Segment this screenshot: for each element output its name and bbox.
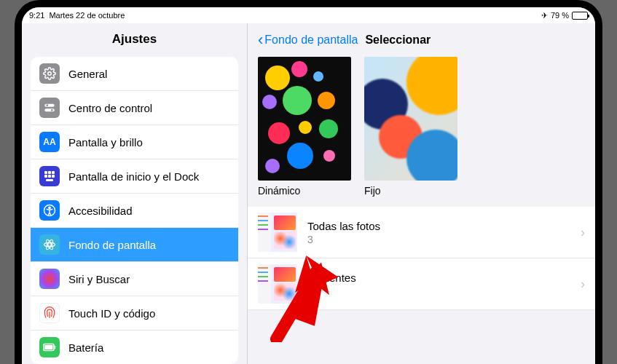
svg-rect-8 [44, 175, 47, 178]
photo-albums-list: Todas las fotos 3 › Recientes 3 › [248, 207, 595, 310]
sidebar-item-label: Pantalla de inicio y el Dock [68, 170, 199, 183]
svg-rect-11 [46, 179, 53, 181]
back-button[interactable]: ‹ Fondo de pantalla [258, 32, 358, 48]
text-size-icon: AA [39, 132, 60, 152]
device-frame: 9:21 Martes 22 de octubre ✈ 79 % Ajustes [15, 0, 602, 364]
album-name: Recientes [307, 272, 356, 284]
svg-point-13 [49, 207, 50, 208]
sidebar-item-battery[interactable]: Batería [31, 331, 238, 364]
album-count: 3 [307, 285, 356, 297]
detail-title: Seleccionar [365, 33, 431, 47]
svg-rect-7 [52, 171, 55, 174]
wallpaper-icon [39, 234, 60, 255]
sidebar-item-label: Siri y Buscar [68, 273, 130, 285]
detail-pane: ‹ Fondo de pantalla Seleccionar [248, 23, 595, 364]
siri-icon [39, 269, 60, 289]
settings-sidebar: Ajustes General Centro de control [22, 23, 248, 364]
wallpaper-categories: Dinámico Fijo [248, 57, 595, 207]
sidebar-item-control-center[interactable]: Centro de control [31, 91, 238, 125]
sidebar-item-label: Fondo de pantalla [68, 239, 156, 251]
battery-percent: 79 % [551, 11, 569, 20]
sidebar-item-label: Accesibilidad [68, 205, 133, 217]
dynamic-wallpaper-thumb [258, 57, 351, 181]
sidebar-item-display-brightness[interactable]: AA Pantalla y brillo [31, 125, 238, 159]
svg-point-0 [48, 72, 52, 76]
svg-point-4 [51, 109, 53, 111]
battery-menu-icon [39, 337, 60, 357]
svg-rect-10 [52, 175, 55, 178]
fingerprint-icon [39, 303, 60, 323]
svg-point-3 [46, 104, 48, 106]
screen: 9:21 Martes 22 de octubre ✈ 79 % Ajustes [22, 7, 595, 364]
chevron-right-icon: › [581, 277, 585, 292]
status-time: 9:21 [29, 11, 44, 20]
status-date: Martes 22 de octubre [49, 11, 125, 20]
sidebar-title: Ajustes [22, 23, 247, 57]
album-thumb [258, 264, 297, 304]
switches-icon [39, 98, 60, 118]
svg-rect-20 [44, 345, 52, 349]
static-wallpaper-thumb [364, 57, 457, 181]
sidebar-item-label: Centro de control [68, 102, 152, 114]
airplane-icon: ✈ [541, 11, 548, 20]
sidebar-item-siri-search[interactable]: Siri y Buscar [31, 262, 238, 296]
svg-rect-1 [44, 104, 54, 107]
chevron-right-icon: › [581, 225, 585, 240]
settings-list: General Centro de control AA Pantalla y … [31, 57, 238, 364]
album-row-all-photos[interactable]: Todas las fotos 3 › [248, 207, 595, 258]
svg-rect-6 [48, 171, 51, 174]
svg-rect-9 [48, 175, 51, 178]
album-name: Todas las fotos [307, 220, 380, 232]
sidebar-item-wallpaper[interactable]: Fondo de pantalla [31, 228, 238, 262]
sidebar-item-label: Touch ID y código [68, 307, 155, 320]
sidebar-item-home-dock[interactable]: Pantalla de inicio y el Dock [31, 159, 238, 194]
album-thumb [258, 213, 297, 252]
gear-icon [39, 63, 60, 84]
grid-icon [39, 166, 60, 186]
svg-rect-19 [55, 346, 56, 349]
wallpaper-label: Fijo [364, 185, 457, 197]
sidebar-item-label: Batería [68, 341, 103, 354]
sidebar-item-label: Pantalla y brillo [68, 136, 143, 149]
detail-header: ‹ Fondo de pantalla Seleccionar [248, 23, 595, 57]
accessibility-icon [39, 200, 60, 221]
wallpaper-tile-dynamic[interactable]: Dinámico [258, 57, 351, 197]
svg-rect-5 [44, 171, 47, 174]
sidebar-item-general[interactable]: General [31, 57, 238, 91]
battery-icon [572, 12, 588, 20]
svg-point-14 [48, 243, 52, 247]
album-row-recents[interactable]: Recientes 3 › [248, 258, 595, 310]
wallpaper-tile-static[interactable]: Fijo [364, 57, 457, 197]
sidebar-item-touchid[interactable]: Touch ID y código [31, 296, 238, 331]
album-count: 3 [307, 234, 380, 245]
sidebar-item-label: General [68, 68, 107, 80]
back-label: Fondo de pantalla [264, 33, 358, 47]
chevron-left-icon: ‹ [258, 32, 263, 48]
sidebar-item-accessibility[interactable]: Accesibilidad [31, 194, 238, 228]
wallpaper-label: Dinámico [258, 185, 351, 197]
status-bar: 9:21 Martes 22 de octubre ✈ 79 % [22, 7, 595, 23]
